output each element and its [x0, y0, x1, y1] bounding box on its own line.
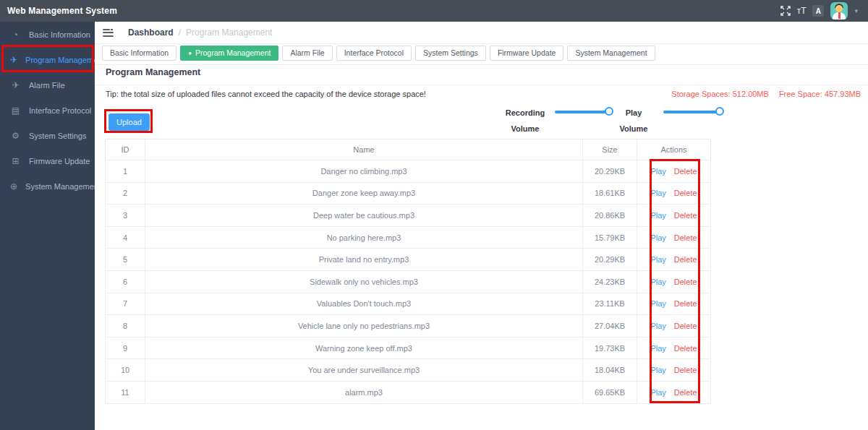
- delete-link[interactable]: Delete: [674, 189, 697, 197]
- tab-program-management[interactable]: ●Program Management: [180, 46, 278, 61]
- gauge-icon: ◔: [10, 30, 21, 40]
- delete-link[interactable]: Delete: [674, 278, 697, 286]
- tab-basic-information[interactable]: Basic Information: [102, 46, 176, 61]
- play-link[interactable]: Play: [650, 255, 665, 264]
- app-title: Web Management System: [0, 6, 117, 16]
- play-volume-handle[interactable]: [715, 107, 724, 116]
- col-header-name: Name: [145, 139, 583, 160]
- tab-system-management[interactable]: System Management: [567, 46, 655, 61]
- table-row: 2 Danger zone keep away.mp3 18.61KB Play…: [106, 182, 711, 205]
- delete-link[interactable]: Delete: [674, 388, 697, 397]
- breadcrumb-dashboard[interactable]: Dashboard: [128, 27, 174, 38]
- tab-system-settings[interactable]: System Settings: [415, 46, 486, 61]
- play-link[interactable]: Play: [650, 344, 665, 353]
- send-icon: ✈: [10, 80, 21, 90]
- breadcrumb-current: Program Management: [186, 27, 272, 38]
- hamburger-icon[interactable]: [103, 29, 114, 37]
- delete-link[interactable]: Delete: [674, 366, 697, 374]
- translate-icon[interactable]: A: [812, 5, 824, 17]
- fullscreen-icon[interactable]: [780, 6, 791, 16]
- table-row: 4 No parking here.mp3 15.79KB PlayDelete: [106, 226, 711, 249]
- sidebar-item-firmware-update[interactable]: ⊞ Firmware Update: [0, 148, 95, 173]
- play-link[interactable]: Play: [650, 167, 665, 176]
- col-header-size: Size: [583, 139, 637, 160]
- upload-button[interactable]: Upload: [109, 113, 150, 131]
- sidebar-item-program-management[interactable]: ✈ Program Management: [0, 47, 95, 72]
- table-row: 11 alarm.mp3 69.65KB PlayDelete: [106, 381, 711, 403]
- send-icon: ✈: [10, 55, 17, 65]
- chevron-down-icon[interactable]: ▾: [854, 7, 858, 14]
- col-header-id: ID: [106, 139, 145, 160]
- tab-firmware-update[interactable]: Firmware Update: [490, 46, 564, 61]
- grid-icon: ⊞: [10, 156, 21, 166]
- free-space-value: Free Space: 457.93MB: [779, 90, 861, 98]
- storage-tip: Tip: the total size of uploaded files ca…: [106, 90, 426, 98]
- gear-icon: ⚙: [10, 131, 21, 141]
- delete-link[interactable]: Delete: [674, 211, 697, 220]
- storage-info: Storage Spaces: 512.00MB Free Space: 457…: [671, 90, 861, 98]
- sidebar-item-basic-information[interactable]: ◔ Basic Information: [0, 22, 95, 47]
- page-title: Program Management: [106, 67, 200, 77]
- divider: [95, 85, 868, 85]
- recording-volume-slider-group: Recording Volume: [503, 103, 615, 143]
- sidebar-item-system-settings[interactable]: ⚙ System Settings: [0, 123, 95, 148]
- breadcrumb-separator: /: [179, 27, 181, 38]
- sidebar-item-system-management[interactable]: ⊕ System Management: [0, 173, 95, 199]
- avatar[interactable]: [830, 2, 848, 20]
- topbar-actions: тT A ▾: [780, 2, 868, 20]
- play-link[interactable]: Play: [650, 388, 665, 397]
- table-row: 3 Deep water be cautious.mp3 20.86KB Pla…: [106, 205, 711, 227]
- delete-link[interactable]: Delete: [674, 322, 697, 330]
- play-volume-slider-group: Play Volume: [611, 103, 723, 143]
- play-link[interactable]: Play: [650, 189, 665, 197]
- storage-spaces-value: Storage Spaces: 512.00MB: [671, 90, 769, 98]
- sidebar-item-alarm-file[interactable]: ✈ Alarm File: [0, 72, 95, 98]
- table-header-row: ID Name Size Actions: [106, 139, 711, 160]
- file-icon: ▤: [10, 106, 21, 116]
- table-row: 9 Warning zone keep off.mp3 19.73KB Play…: [106, 337, 711, 359]
- tab-alarm-file[interactable]: Alarm File: [282, 46, 332, 61]
- delete-link[interactable]: Delete: [674, 299, 697, 308]
- sidebar: ◔ Basic Information ✈ Program Management…: [0, 22, 95, 430]
- tab-bar: Basic Information ●Program Management Al…: [95, 44, 868, 65]
- table-row: 8 Vehicle lane only no pedestrians.mp3 2…: [106, 315, 711, 337]
- col-header-actions: Actions: [637, 139, 711, 160]
- play-link[interactable]: Play: [650, 233, 665, 242]
- delete-link[interactable]: Delete: [674, 344, 697, 353]
- tab-interface-protocol[interactable]: Interface Protocol: [336, 46, 412, 61]
- play-link[interactable]: Play: [650, 211, 665, 220]
- globe-icon: ⊕: [10, 181, 17, 192]
- table-row: 7 Valuables Don't touch.mp3 23.11KB Play…: [106, 293, 711, 315]
- delete-link[interactable]: Delete: [674, 167, 697, 176]
- table-row: 5 Private land no entry.mp3 20.29KB Play…: [106, 249, 711, 271]
- delete-link[interactable]: Delete: [674, 233, 697, 242]
- sidebar-item-interface-protocol[interactable]: ▤ Interface Protocol: [0, 98, 95, 123]
- active-tab-dot-icon: ●: [188, 50, 192, 56]
- delete-link[interactable]: Delete: [674, 255, 697, 264]
- play-link[interactable]: Play: [650, 299, 665, 308]
- play-link[interactable]: Play: [650, 278, 665, 286]
- main-content: Dashboard / Program Management Basic Inf…: [95, 22, 868, 430]
- table-row: 6 Sidewalk only no vehicles.mp3 24.23KB …: [106, 270, 711, 293]
- file-table: ID Name Size Actions 1 Danger no climbin…: [105, 139, 711, 404]
- play-link[interactable]: Play: [650, 366, 665, 374]
- font-size-icon[interactable]: тT: [797, 6, 807, 16]
- play-link[interactable]: Play: [650, 322, 665, 330]
- table-row: 10 You are under surveillance.mp3 18.04K…: [106, 359, 711, 382]
- topbar: Web Management System тT A ▾: [0, 0, 868, 22]
- table-row: 1 Danger no climbing.mp3 20.29KB PlayDel…: [106, 160, 711, 183]
- breadcrumb: Dashboard / Program Management: [95, 22, 868, 44]
- recording-volume-slider[interactable]: [555, 111, 613, 113]
- play-volume-slider[interactable]: [663, 111, 721, 113]
